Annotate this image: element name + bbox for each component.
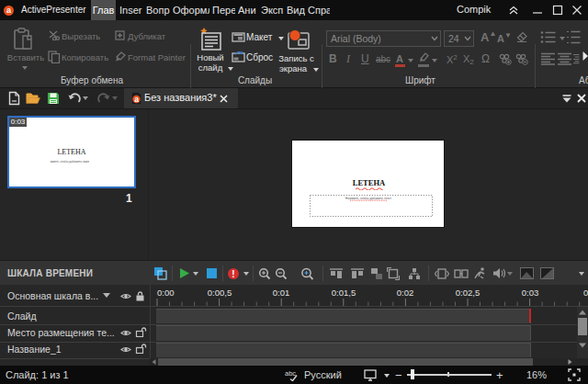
svg-text:a: a — [134, 95, 139, 104]
svg-text:Нажмите, чтобы добавить заметк: Нажмите, чтобы добавить заметки — [51, 160, 89, 164]
svg-text:!: ! — [232, 269, 234, 279]
svg-text:Нажмите, чтобы добавить текст: Нажмите, чтобы добавить текст — [345, 197, 392, 200]
svg-text:abc: abc — [285, 369, 296, 378]
